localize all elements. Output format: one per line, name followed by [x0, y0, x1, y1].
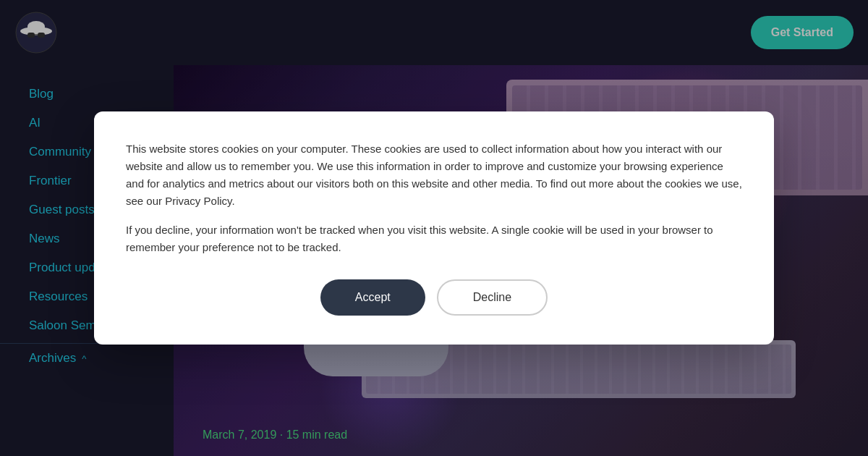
cookie-text-1: This website stores cookies on your comp…: [126, 140, 742, 210]
cookie-text-2: If you decline, your information won't b…: [126, 221, 742, 256]
cookie-modal: This website stores cookies on your comp…: [94, 111, 774, 345]
accept-button[interactable]: Accept: [320, 279, 425, 316]
decline-button[interactable]: Decline: [437, 279, 548, 316]
cookie-modal-overlay: This website stores cookies on your comp…: [0, 0, 868, 456]
cookie-modal-buttons: Accept Decline: [126, 279, 742, 316]
